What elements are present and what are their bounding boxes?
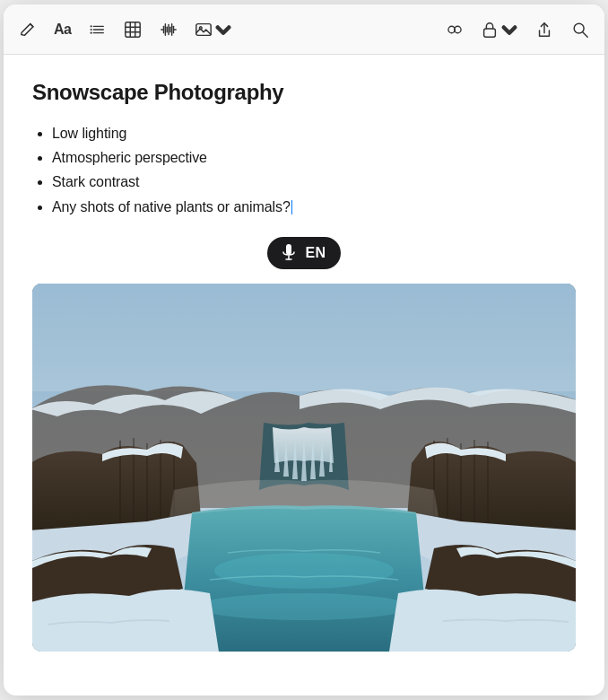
toolbar-left: Aa [18, 20, 429, 39]
document-title: Snowscape Photography [32, 80, 576, 105]
svg-point-0 [91, 25, 92, 27]
list-item: Low lighting [52, 121, 576, 145]
bullet-list: Low lighting Atmospheric perspective Sta… [32, 121, 576, 219]
search-icon[interactable] [570, 20, 590, 39]
image-insert-icon[interactable] [195, 21, 232, 39]
svg-point-42 [214, 553, 394, 589]
voice-input-area: EN [32, 237, 576, 269]
svg-rect-31 [32, 284, 576, 391]
svg-rect-27 [286, 244, 291, 255]
list-icon[interactable] [87, 20, 107, 39]
list-item: Stark contrast [52, 170, 576, 194]
waveform-icon[interactable] [159, 20, 178, 39]
svg-point-5 [91, 31, 92, 33]
app-window: Aa [4, 4, 604, 696]
list-item: Any shots of native plants or animals? [52, 195, 576, 219]
svg-rect-20 [196, 23, 211, 35]
font-label: Aa [54, 22, 71, 38]
font-icon[interactable]: Aa [54, 20, 71, 39]
snowscape-image [32, 284, 576, 652]
lock-icon[interactable] [481, 21, 518, 39]
list-item: Atmospheric perspective [52, 145, 576, 170]
document-content: Snowscape Photography Low lighting Atmos… [4, 55, 604, 696]
svg-point-1 [91, 28, 92, 30]
share-icon[interactable] [534, 20, 554, 39]
language-label: EN [305, 245, 326, 261]
toolbar-right [445, 20, 590, 39]
text-cursor [291, 200, 293, 214]
photo-container [32, 284, 576, 652]
svg-line-26 [583, 31, 587, 36]
voice-pill[interactable]: EN [267, 237, 340, 269]
edit-icon[interactable] [18, 20, 38, 39]
collaborate-icon[interactable] [445, 20, 465, 39]
svg-rect-24 [484, 29, 496, 37]
microphone-icon [282, 244, 296, 262]
list-item-text: Any shots of native plants or animals? [52, 199, 291, 214]
svg-point-43 [196, 593, 412, 620]
svg-rect-6 [126, 22, 140, 36]
toolbar: Aa [4, 4, 604, 55]
table-icon[interactable] [123, 20, 143, 39]
